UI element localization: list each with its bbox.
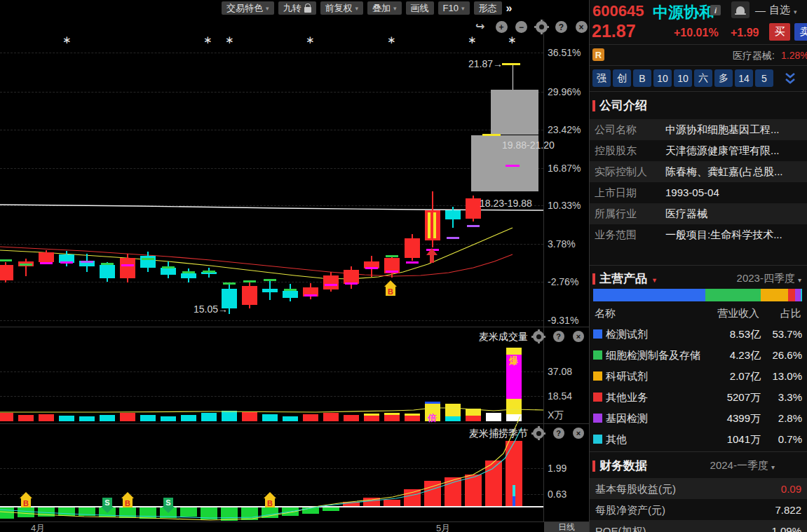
toolbar-button-形态[interactable]: 形态 [474, 1, 502, 15]
tag-badge-10[interactable]: 10 [653, 69, 672, 87]
stock-code: 600645 [592, 2, 644, 20]
finance-row-value: 1.09% [771, 525, 801, 532]
help-icon[interactable]: ? [553, 331, 564, 342]
chevron-down-icon [461, 1, 465, 15]
main-axis-label: 36.51% [548, 47, 581, 58]
help-icon[interactable]: ? [555, 21, 567, 33]
toolbar-button-交易特色[interactable]: 交易特色 [222, 1, 274, 15]
tag-badge-B[interactable]: B [633, 69, 651, 87]
finance-row-value: 7.822 [775, 504, 801, 516]
season-panel-title: 麦米捕捞季节 [431, 428, 528, 440]
product-row: 其他业务5207万3.3% [590, 387, 807, 408]
info-icon[interactable]: i [710, 5, 721, 15]
company-row-label: 公司名称 [595, 123, 637, 137]
product-row: 检测试剂8.53亿53.7% [590, 324, 807, 345]
season-bar [241, 507, 258, 520]
company-row-label: 业务范围 [595, 229, 637, 242]
candle-body [0, 265, 13, 280]
tag-badge-多[interactable]: 多 [714, 69, 733, 87]
finance-row: ROE(加权)1.09% [590, 520, 807, 532]
period-selector[interactable]: 日线 [544, 522, 589, 532]
volume-bar [506, 348, 522, 355]
col-header-name: 名称 [595, 307, 616, 320]
company-row-value: 1993-05-04 [665, 186, 719, 198]
company-row-value: 陈春梅、龚虹嘉(占总股... [665, 165, 783, 179]
industry-label[interactable]: 医疗器械: [733, 50, 775, 62]
price-annotation: 18.23-19.88 [480, 198, 532, 209]
close-icon[interactable]: × [573, 428, 584, 439]
season-bar [384, 500, 400, 506]
season-bar [201, 507, 217, 519]
volume-bar [59, 416, 74, 421]
toolbar-more-button[interactable]: » [506, 2, 511, 15]
help-icon[interactable]: ? [553, 428, 564, 439]
volume-bar [161, 416, 176, 421]
settings-icon[interactable] [536, 21, 548, 33]
product-revenue: 2.07亿 [730, 370, 761, 383]
zoom-in-icon[interactable]: + [496, 21, 508, 33]
tag-badge-强[interactable]: 强 [592, 69, 611, 87]
toolbar-button-九转[interactable]: 九转 [278, 1, 316, 15]
season-bar [282, 507, 299, 516]
lock-icon [304, 7, 311, 13]
section-marker [592, 461, 595, 472]
company-row: 公司名称中源协和细胞基因工程... [590, 119, 807, 140]
finance-row: 每股净资产(元)7.822 [590, 499, 807, 520]
tag-badge-14[interactable]: 14 [735, 69, 753, 87]
toolbar-button-画线[interactable]: 画线 [406, 1, 434, 15]
change-amount: +1.99 [731, 27, 759, 39]
tag-badge-六[interactable]: 六 [694, 69, 712, 87]
indicator-dash [304, 294, 317, 296]
products-section-header[interactable]: 主营产品 [592, 271, 658, 287]
sell-button[interactable]: 卖 [794, 23, 807, 41]
star-marker-icon: ∗ [508, 34, 517, 46]
close-icon[interactable]: × [573, 331, 584, 342]
star-marker-icon: ∗ [225, 34, 234, 46]
x-axis-label-april: 4月 [31, 522, 45, 532]
share-icon[interactable]: ↪ [475, 20, 484, 33]
buy-signal-icon: B [386, 287, 395, 296]
volume-bar [405, 416, 420, 421]
toolbar-button-前复权[interactable]: 前复权 [320, 1, 364, 15]
finance-period-label: 2024-一季度 [710, 459, 768, 472]
toolbar-button-叠加[interactable]: 叠加 [367, 1, 402, 15]
gear-tooth [541, 32, 543, 34]
top-toolbar: 交易特色九转前复权叠加画线F10形态» [222, 1, 510, 15]
tag-badge-创[interactable]: 创 [613, 69, 631, 87]
gear-tooth [538, 341, 540, 343]
settings-icon[interactable] [533, 428, 544, 439]
revenue-bar-segment [761, 289, 788, 301]
zoom-out-icon[interactable]: − [515, 21, 527, 33]
season-bar-inner [513, 496, 515, 506]
chevron-down-icon [798, 273, 801, 285]
close-icon[interactable]: × [576, 21, 588, 33]
products-period-label: 2023-四季度 [737, 272, 795, 285]
season-bar [38, 507, 55, 517]
candle-body [39, 252, 54, 262]
buy-button[interactable]: 买 [769, 23, 790, 41]
volume-bar [364, 416, 379, 421]
toolbar-button-label: 形态 [479, 1, 497, 15]
toolbar-button-F10[interactable]: F10 [438, 1, 470, 15]
finance-period-dropdown[interactable]: 2024-一季度 [710, 459, 775, 472]
season-bar [58, 507, 75, 516]
product-name: 基因检测 [606, 412, 648, 425]
season-bar [445, 477, 461, 506]
settings-icon[interactable] [533, 331, 544, 342]
main-gridline [0, 282, 543, 282]
alert-bell-button[interactable] [731, 1, 750, 18]
finance-row-value: 0.09 [781, 483, 801, 495]
product-name: 科研试剂 [606, 370, 648, 383]
indicator-dash [386, 255, 398, 257]
tag-badge-10[interactable]: 10 [674, 69, 692, 87]
indicator-dash [447, 237, 459, 239]
buy-signal-icon: B [265, 498, 275, 507]
sell-signal-icon: S [102, 498, 112, 507]
season-bar [18, 507, 34, 517]
indicator-dash [142, 258, 154, 260]
watchlist-button[interactable]: — 自选 [755, 1, 797, 18]
r-badge: R [592, 48, 604, 61]
products-period-dropdown[interactable]: 2023-四季度 [737, 272, 801, 285]
limit-up-stripe [428, 212, 430, 238]
tag-badge-5[interactable]: 5 [755, 69, 773, 87]
